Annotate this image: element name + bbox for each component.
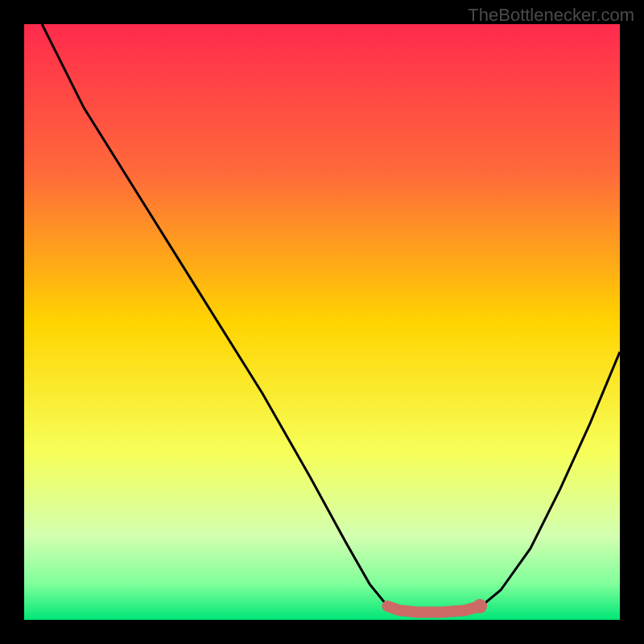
chart-area — [24, 24, 620, 620]
highlight-band — [387, 606, 480, 612]
marker-dot — [473, 599, 487, 613]
gradient-background — [24, 24, 620, 620]
watermark-text: TheBottlenecker.com — [468, 5, 634, 26]
chart-svg — [24, 24, 620, 620]
